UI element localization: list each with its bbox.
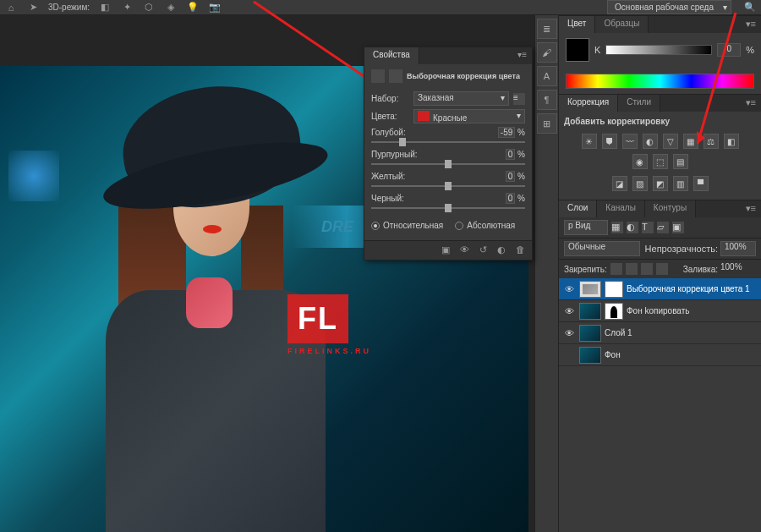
filter-smart-icon[interactable]: ▣: [672, 222, 684, 233]
adj-panel-menu-icon[interactable]: ▾≡: [741, 95, 761, 112]
red-swatch-icon: [418, 111, 430, 121]
tb-icon-5[interactable]: 💡: [186, 1, 200, 14]
tab-paths[interactable]: Контуры: [645, 200, 696, 217]
panel-menu-icon[interactable]: ▾≡: [741, 16, 761, 33]
properties-title: Выборочная коррекция цвета: [407, 72, 520, 80]
magenta-slider[interactable]: Пурпурный:0 %: [371, 150, 525, 165]
black-slider[interactable]: Черный:0 %: [371, 194, 525, 209]
layer-name[interactable]: Фон koпировать: [627, 306, 689, 315]
layer-name[interactable]: Фон: [605, 350, 621, 359]
tab-color[interactable]: Цвет: [559, 16, 595, 33]
add-adjustment-label: Добавить корректировку: [564, 117, 756, 130]
adj-brightness-icon[interactable]: ☀: [582, 134, 597, 149]
toggle-icon[interactable]: ◐: [495, 244, 508, 256]
filter-pixel-icon[interactable]: ▦: [611, 222, 623, 233]
watermark: FL FIRELINKS.RU: [287, 294, 372, 355]
adj-exposure-icon[interactable]: ◐: [643, 134, 658, 149]
tab-properties[interactable]: Свойства: [364, 47, 419, 64]
radio-absolute[interactable]: Абсолютная: [455, 221, 515, 230]
view-prev-icon[interactable]: 👁: [457, 244, 471, 256]
tab-layers[interactable]: Слои: [559, 200, 597, 217]
dock-para-icon[interactable]: ¶: [537, 90, 557, 110]
filter-shape-icon[interactable]: ▱: [657, 222, 669, 233]
adj-curves-icon[interactable]: 〰: [622, 134, 638, 149]
k-value[interactable]: 0: [717, 43, 741, 57]
colors-dropdown[interactable]: Красные: [413, 109, 525, 123]
adj-threshold-icon[interactable]: ◩: [653, 176, 668, 191]
layer-name[interactable]: Выборочная коррекция цвета 1: [627, 284, 750, 293]
adj-mixer-icon[interactable]: ⬚: [653, 154, 668, 169]
color-spectrum[interactable]: [566, 74, 754, 89]
opacity-label: Непрозрачность:: [645, 244, 718, 254]
tb-icon-6[interactable]: 📷: [208, 1, 222, 14]
tool-home-icon[interactable]: ⌂: [4, 1, 18, 14]
preset-label: Набор:: [371, 94, 409, 103]
eye-icon[interactable]: 👁: [562, 306, 576, 316]
tb-icon-3[interactable]: ⬡: [142, 1, 156, 14]
layer-filter-kind[interactable]: р Вид: [564, 220, 608, 235]
blend-mode-dropdown[interactable]: Обычные: [564, 241, 640, 256]
eye-icon[interactable]: 👁: [562, 328, 576, 338]
tool-ptr-icon[interactable]: ➤: [26, 1, 40, 14]
tab-swatches[interactable]: Образцы: [595, 16, 649, 33]
lock-trans-icon[interactable]: [610, 263, 622, 275]
layer-mask[interactable]: [605, 281, 623, 298]
adj-bw-icon[interactable]: ◧: [724, 134, 739, 149]
lock-pixels-icon[interactable]: [626, 263, 638, 275]
eye-icon[interactable]: 👁: [562, 284, 576, 294]
dock-brush-icon[interactable]: 🖌: [537, 42, 557, 63]
fg-bg-swatch[interactable]: [566, 38, 589, 62]
adj-poster-icon[interactable]: ▨: [632, 176, 648, 191]
dock-clone-icon[interactable]: ⊞: [537, 113, 557, 134]
trash-icon[interactable]: 🗑: [513, 244, 527, 256]
adj-invert-icon[interactable]: ◪: [612, 176, 627, 191]
adj-colorbal-icon[interactable]: ⚖: [704, 134, 719, 149]
adj-selective-icon[interactable]: ▥: [673, 176, 688, 191]
tab-channels[interactable]: Каналы: [597, 200, 645, 217]
cyan-slider[interactable]: Голубой:-59 %: [371, 128, 525, 143]
options-bar: ⌂ ➤ 3D-режим: ◧ ✦ ⬡ ◈ 💡 📷 Основная рабоч…: [0, 0, 761, 15]
layers-menu-icon[interactable]: ▾≡: [741, 200, 761, 217]
layer-thumb[interactable]: [579, 347, 601, 364]
layer-thumb[interactable]: [579, 325, 601, 342]
layer-thumb[interactable]: [579, 281, 601, 298]
layer-name[interactable]: Слой 1: [605, 328, 632, 337]
layer-row[interactable]: 👁 Выборочная коррекция цвета 1: [559, 278, 761, 300]
layer-thumb[interactable]: [579, 303, 601, 320]
lock-all-icon[interactable]: [656, 263, 668, 275]
adj-lookup-icon[interactable]: ▤: [673, 154, 688, 169]
dock-history-icon[interactable]: ≣: [537, 19, 557, 39]
reset-icon[interactable]: ↺: [476, 244, 490, 256]
filter-adj-icon[interactable]: ◐: [627, 222, 638, 233]
mask-icon[interactable]: [389, 69, 402, 83]
tab-styles[interactable]: Стили: [618, 95, 660, 112]
clip-icon[interactable]: ▣: [439, 244, 452, 256]
tb-search-icon[interactable]: 🔍: [743, 1, 757, 14]
preset-dropdown[interactable]: Заказная: [413, 91, 509, 106]
lock-pos-icon[interactable]: [641, 263, 653, 275]
tab-adjustments[interactable]: Коррекция: [559, 95, 618, 112]
dock-char-icon[interactable]: A: [537, 66, 557, 86]
adjustments-panel: Коррекция Стили ▾≡ Добавить корректировк…: [559, 94, 761, 200]
preset-menu-icon[interactable]: ≡: [513, 93, 525, 105]
layer-mask[interactable]: [605, 303, 623, 320]
props-menu-icon[interactable]: ▾≡: [512, 47, 532, 64]
layer-row[interactable]: 👁 Фон koпировать: [559, 300, 761, 322]
tb-icon-1[interactable]: ◧: [98, 1, 112, 14]
adj-vibrance-icon[interactable]: ▽: [663, 134, 678, 149]
k-slider[interactable]: [605, 45, 712, 55]
layer-row[interactable]: Фон: [559, 344, 761, 366]
radio-relative[interactable]: Относительная: [371, 221, 443, 230]
opacity-field[interactable]: 100%: [720, 241, 756, 256]
workspace-dropdown[interactable]: Основная рабочая среда: [607, 0, 731, 14]
layer-row[interactable]: 👁 Слой 1: [559, 322, 761, 344]
yellow-slider[interactable]: Желтый:0 %: [371, 172, 525, 187]
adj-levels-icon[interactable]: ⛊: [602, 134, 617, 149]
adj-hue-icon[interactable]: ▦: [683, 134, 698, 149]
adj-photo-icon[interactable]: ◉: [632, 154, 648, 169]
fill-field[interactable]: 100%: [720, 262, 756, 276]
adj-gradient-icon[interactable]: ▀: [693, 176, 709, 191]
tb-icon-2[interactable]: ✦: [120, 1, 134, 14]
filter-type-icon[interactable]: T: [642, 222, 654, 233]
tb-icon-4[interactable]: ◈: [164, 1, 178, 14]
